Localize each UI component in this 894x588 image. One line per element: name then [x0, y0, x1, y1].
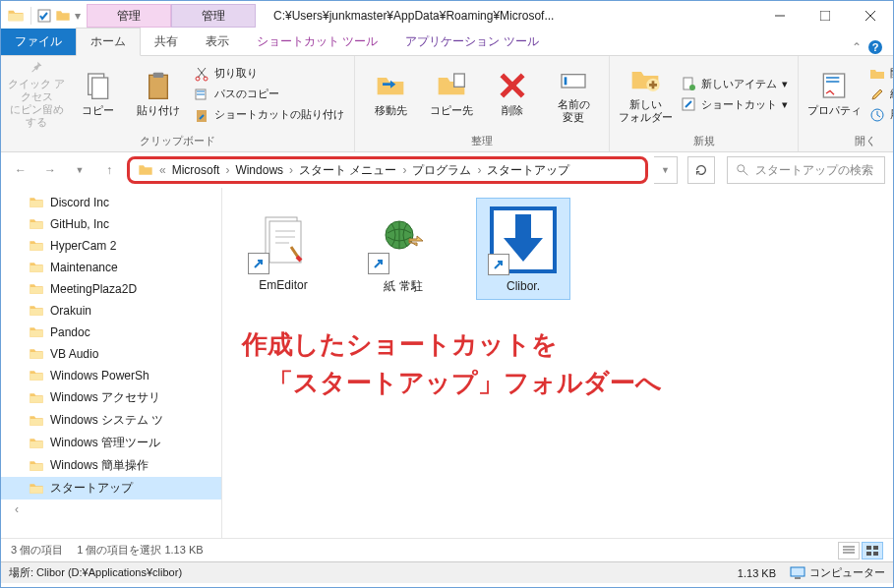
tab-share[interactable]: 共有 [141, 29, 192, 55]
forward-button[interactable]: → [38, 158, 62, 182]
context-tab-shortcut[interactable]: 管理 [87, 4, 171, 28]
details-view-button[interactable] [838, 542, 860, 559]
size-text: 1.13 KB [738, 567, 776, 579]
close-button[interactable] [848, 1, 893, 30]
newfolder-button[interactable]: 新しい フォルダー [616, 59, 675, 130]
tree-item[interactable]: Windows 簡単操作 [1, 454, 221, 477]
delete-button[interactable]: 削除 [483, 59, 542, 130]
ribbon: クイック アクセス にピン留めする コピー 貼り付け 切り取り パスのコピー シ… [1, 56, 893, 152]
shortcut-overlay-icon [248, 253, 269, 274]
ribbon-help: ⌃ ? [842, 39, 893, 55]
svg-point-33 [738, 165, 745, 172]
folder-tree[interactable]: Discord IncGitHub, IncHyperCam 2Maintena… [1, 188, 222, 538]
up-button[interactable]: ↑ [97, 158, 121, 182]
search-input[interactable]: スタートアップの検索 [727, 156, 885, 184]
paste-button[interactable]: 貼り付け [129, 59, 188, 130]
checkbox-icon[interactable] [37, 9, 51, 23]
tree-item[interactable]: MeetingPlaza2D [1, 278, 221, 300]
crumb[interactable]: スタートアップ [487, 162, 569, 179]
search-icon [736, 163, 749, 177]
copyto-button[interactable]: コピー先 [422, 59, 481, 130]
file-item[interactable]: 紙 常駐 [356, 198, 450, 301]
file-pane[interactable]: EmEditor紙 常駐Clibor. 作成したショートカットを 「スタートアッ… [222, 188, 893, 538]
svg-rect-12 [454, 74, 465, 87]
back-button[interactable]: ← [9, 158, 32, 182]
group-label: クリップボード [1, 132, 354, 151]
copy-button[interactable]: コピー [68, 59, 127, 130]
tree-item[interactable]: Windows アクセサリ [1, 386, 221, 409]
tree-item[interactable]: Windows システム ツ [1, 409, 221, 432]
icons-view-button[interactable] [862, 542, 883, 559]
group-label: 整理 [355, 132, 609, 151]
copypath-button[interactable]: パスのコピー [190, 86, 348, 103]
properties-button[interactable]: プロパティ [805, 59, 864, 130]
svg-rect-42 [873, 552, 878, 556]
paste-shortcut-button[interactable]: ショートカットの貼り付け [190, 106, 348, 124]
tree-item[interactable]: Discord Inc [1, 192, 221, 213]
tree-item[interactable]: VB Audio [1, 343, 221, 365]
newitem-button[interactable]: 新しいアイテム ▾ [677, 75, 792, 92]
svg-rect-44 [795, 577, 801, 579]
tab-view[interactable]: 表示 [192, 29, 243, 55]
window-title: C:¥Users¥junkmaster¥AppData¥Roaming¥Micr… [256, 9, 757, 23]
titlebar: ▾ 管理 管理 C:¥Users¥junkmaster¥AppData¥Roam… [1, 1, 893, 30]
svg-rect-40 [873, 546, 878, 550]
newshortcut-button[interactable]: ショートカット ▾ [677, 95, 792, 113]
file-item[interactable]: EmEditor [236, 198, 330, 298]
refresh-button[interactable] [687, 156, 715, 184]
window-buttons [757, 1, 893, 30]
recent-dropdown[interactable]: ▼ [68, 158, 91, 182]
breadcrumb[interactable]: « Microsoft› Windows› スタート メニュー› プログラム› … [127, 156, 648, 184]
file-tab[interactable]: ファイル [1, 29, 76, 55]
tree-item[interactable]: Windows 管理ツール [1, 432, 221, 454]
help-icon[interactable]: ? [867, 39, 883, 55]
crumb[interactable]: Windows [235, 163, 283, 177]
statusbar-bottom: 場所: Clibor (D:¥Applications¥clibor) 1.13… [1, 561, 893, 583]
history-button[interactable]: 履歴 [865, 106, 894, 124]
minimize-button[interactable] [757, 1, 803, 30]
qat-dropdown-icon[interactable]: ▾ [75, 9, 81, 23]
crumb[interactable]: プログラム [412, 162, 471, 179]
svg-rect-14 [565, 77, 567, 85]
ribbon-group-open: プロパティ 開く ▾ 編集 履歴 開く [799, 56, 894, 151]
open-button[interactable]: 開く ▾ [865, 65, 894, 83]
tree-item[interactable]: Windows PowerSh [1, 365, 221, 386]
context-tab-app[interactable]: 管理 [171, 4, 256, 28]
computer-label: コンピューター [790, 565, 885, 580]
quick-access-toolbar: ▾ [1, 7, 87, 25]
content: Discord IncGitHub, IncHyperCam 2Maintena… [1, 188, 893, 538]
svg-rect-6 [149, 76, 168, 99]
pin-quickaccess-button[interactable]: クイック アクセス にピン留めする [7, 59, 66, 130]
edit-button[interactable]: 編集 [865, 86, 894, 103]
tab-home[interactable]: ホーム [76, 28, 141, 56]
crumb[interactable]: スタート メニュー [299, 162, 396, 179]
ribbon-group-organize: 移動先 コピー先 削除 名前の 変更 整理 [355, 56, 610, 151]
file-item[interactable]: Clibor. [476, 198, 570, 300]
svg-rect-43 [791, 567, 805, 576]
cut-button[interactable]: 切り取り [190, 65, 348, 83]
tree-item[interactable]: Maintenance [1, 257, 221, 278]
rename-button[interactable]: 名前の 変更 [544, 59, 603, 130]
folder-icon [7, 7, 25, 25]
tree-item[interactable]: Pandoc [1, 322, 221, 343]
crumb[interactable]: Microsoft [172, 163, 220, 177]
tree-item[interactable]: スタートアップ [1, 477, 221, 500]
folder-small-icon[interactable] [55, 8, 71, 24]
breadcrumb-dropdown[interactable]: ▼ [654, 156, 678, 184]
tab-shortcut-tools[interactable]: ショートカット ツール [243, 29, 391, 55]
chevron-icon[interactable]: « [155, 163, 170, 177]
collapse-ribbon-icon[interactable]: ⌃ [852, 40, 862, 54]
ribbon-tabs: ファイル ホーム 共有 表示 ショートカット ツール アプリケーション ツール … [1, 30, 893, 56]
svg-rect-7 [153, 73, 164, 78]
moveto-button[interactable]: 移動先 [361, 59, 420, 130]
svg-rect-39 [866, 546, 871, 550]
maximize-button[interactable] [803, 1, 848, 30]
group-label: 新規 [610, 132, 798, 151]
navbar: ← → ▼ ↑ « Microsoft› Windows› スタート メニュー›… [1, 152, 893, 188]
svg-rect-5 [92, 78, 108, 98]
tab-app-tools[interactable]: アプリケーション ツール [391, 29, 552, 55]
tree-item[interactable]: Orakuin [1, 300, 221, 322]
tree-expand[interactable]: ‹ [1, 500, 221, 519]
tree-item[interactable]: HyperCam 2 [1, 235, 221, 257]
tree-item[interactable]: GitHub, Inc [1, 213, 221, 235]
